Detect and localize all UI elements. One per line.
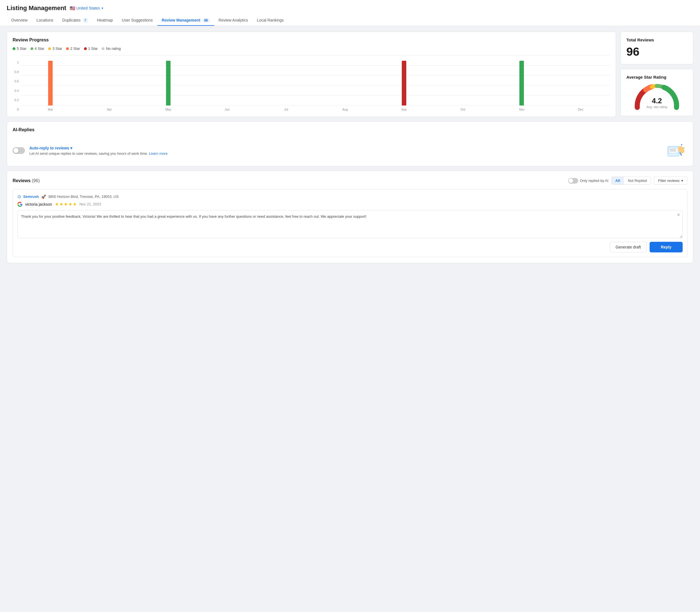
y-label-08: 0.8 [13,70,19,73]
gauge-text: 4.2 Avg. star rating [646,97,667,109]
y-label-0: 0 [13,108,19,111]
ai-replies-title: AI-Replies [13,127,35,133]
rocket-emoji: 🚀 [41,194,46,199]
chart-legend: 5 Star 4 Star 3 Star 2 Star [13,46,610,51]
bar-may-fill [166,61,170,106]
tab-user-suggestions[interactable]: User Suggestions [117,15,157,26]
y-label-04: 0.4 [13,89,19,92]
reply-textarea-container: × [17,210,683,239]
star-4: ★ [68,201,72,207]
total-reviews-number: 96 [626,45,687,58]
y-label-02: 0.2 [13,98,19,101]
review-item: ⊙ Semrush 🚀 3800 Horizon Blvd, Trevose, … [13,189,687,257]
location-pin-icon: ⊙ [17,194,21,199]
duplicates-badge: 7 [83,18,88,23]
legend-label-1star: 1 Star [88,46,98,51]
tab-review-management-label: Review Management [162,18,201,23]
reply-actions: Generate draft Reply [17,242,683,252]
svg-text:✦: ✦ [683,147,685,149]
only-ai-toggle-thumb [569,179,573,183]
x-label-nov: Nov [492,108,551,111]
x-label-dec: Dec [551,108,610,111]
review-management-badge: 96 [203,18,209,23]
auto-reply-link[interactable]: Auto-reply to reviews ▾ [29,146,660,150]
reviews-count: (96) [32,178,40,183]
reviewer-name: victoria jackson [25,202,52,207]
tab-heatmap[interactable]: Heatmap [92,15,117,26]
country-selector[interactable]: 🇺🇸 United States ▼ [70,5,104,11]
close-textarea-btn[interactable]: × [677,212,680,218]
star-1: ★ [55,201,59,207]
generate-draft-button[interactable]: Generate draft [610,242,647,252]
reviews-controls: Only replied by AI All Not Replied Filte… [568,177,687,185]
reviews-label: Reviews [13,178,30,183]
bars-row [21,55,610,106]
review-progress-title: Review Progress [13,38,610,43]
y-axis: 0 0.2 0.4 0.6 0.8 1 [13,61,21,111]
only-ai-toggle-switch[interactable] [568,178,578,184]
svg-rect-1 [669,148,678,153]
total-reviews-card: Total Reviews 96 [620,32,693,64]
main-content: Review Progress 5 Star 4 Star 3 Star [0,26,700,269]
avg-rating-title: Average Star Rating [626,75,687,80]
learn-more-link[interactable]: Learn more [149,151,167,156]
legend-label-3star: 3 Star [52,46,62,51]
tab-local-rankings[interactable]: Local Rankings [252,15,288,26]
legend-dot-5star [13,47,15,50]
filter-chevron-icon: ▾ [681,179,683,183]
filter-reviews-dropdown[interactable]: Filter reviews ▾ [654,177,687,185]
header: Listing Management 🇺🇸 United States ▼ Ov… [0,0,700,26]
star-2: ★ [59,201,63,207]
star-rating: ★ ★ ★ ★ ★ [55,201,77,207]
x-label-aug: Aug [316,108,374,111]
reviewer-info: victoria jackson ★ ★ ★ ★ ★ Nov 21, 2023 [17,201,683,207]
svg-text:✦: ✦ [681,143,683,147]
tab-duplicates-label: Duplicates [62,18,80,23]
legend-1star: 1 Star [84,46,98,51]
google-icon [17,202,23,207]
y-label-06: 0.6 [13,80,19,83]
gauge-svg-wrapper: 4.2 Avg. star rating [632,82,682,110]
reply-textarea[interactable] [17,210,683,238]
gauge-label: Avg. star rating [646,105,667,109]
reply-button[interactable]: Reply [649,242,683,252]
ai-replies-desc: Let AI send unique replies to user revie… [29,151,660,156]
legend-dot-3star [48,47,51,50]
avg-rating-card: Average Star Rating [620,69,693,116]
tab-all-btn[interactable]: All [612,177,624,184]
ai-illustration-svg: ✦ ✦ [665,141,687,161]
tab-overview[interactable]: Overview [7,15,32,26]
legend-5star: 5 Star [13,46,27,51]
legend-norating: No rating [102,46,121,51]
review-date: Nov 21, 2023 [80,202,101,206]
nav-tabs: Overview Locations Duplicates 7 Heatmap … [7,15,693,26]
chart-area: Mar Apr May Jun Jul Aug Sep Oct Nov Dec [21,55,610,111]
toggle-thumb [13,148,18,153]
tab-review-management[interactable]: Review Management 96 [157,15,214,26]
bar-sep [374,61,433,106]
legend-label-5star: 5 Star [17,46,27,51]
app-title: Listing Management [7,4,66,12]
ai-replies-text: Auto-reply to reviews ▾ Let AI send uniq… [29,146,660,156]
location-name: Semrush [23,194,39,199]
only-ai-label: Only replied by AI [580,179,608,183]
tab-locations[interactable]: Locations [32,15,58,26]
location-address: 3800 Horizon Blvd, Trevose, PA, 19053, U… [48,194,119,199]
legend-4star: 4 Star [30,46,44,51]
tab-duplicates[interactable]: Duplicates 7 [58,15,92,26]
legend-dot-2star [66,47,69,50]
tab-review-analytics[interactable]: Review Analytics [214,15,252,26]
x-label-sep: Sep [374,108,433,111]
legend-label-4star: 4 Star [35,46,44,51]
bar-may [139,61,198,106]
reply-box: × Generate draft Reply [17,210,683,252]
x-label-jun: Jun [198,108,257,111]
reviews-header: Reviews (96) Only replied by AI All Not … [13,177,687,185]
tab-not-replied-btn[interactable]: Not Replied [624,177,651,184]
auto-reply-chevron: ▾ [70,146,72,150]
x-label-may: May [139,108,198,111]
auto-reply-toggle[interactable] [13,147,25,154]
ai-replies-desc-text: Let AI send unique replies to user revie… [29,151,148,156]
filter-tab-group: All Not Replied [611,177,651,185]
y-label-1: 1 [13,61,19,64]
